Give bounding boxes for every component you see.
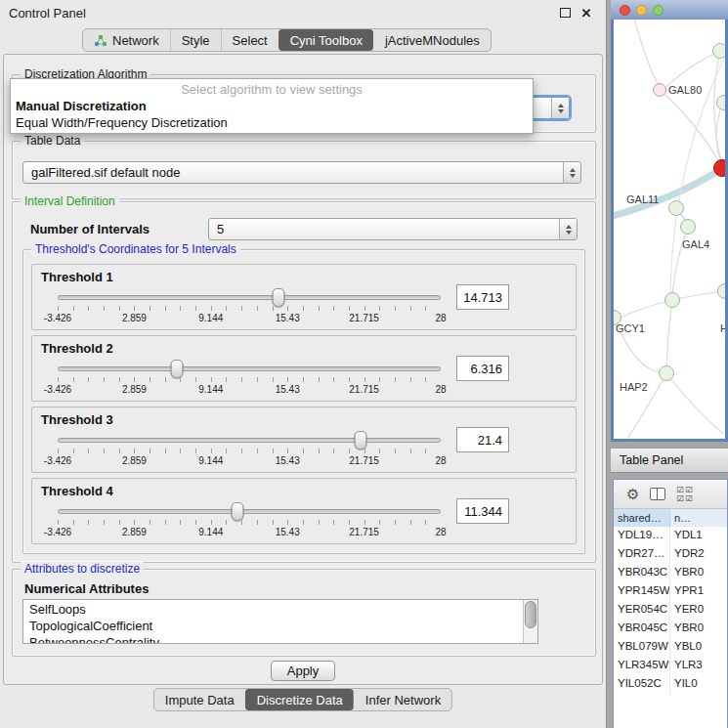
- network-node[interactable]: [712, 43, 725, 59]
- threshold-2-value-field[interactable]: 6.316: [456, 356, 509, 381]
- tab-select[interactable]: Select: [221, 29, 278, 51]
- tab-infer-network[interactable]: Infer Network: [354, 689, 451, 710]
- tab-label: Select: [233, 33, 268, 48]
- attribute-list-item[interactable]: BetweennessCentrality: [29, 634, 537, 644]
- cyni-toolbox-panel: Discretization Algorithm Table Data galF…: [3, 54, 603, 685]
- node-label: GAL80: [668, 84, 702, 96]
- group-title: Attributes to discretize: [21, 562, 144, 576]
- tab-label: Discretize Data: [257, 693, 343, 707]
- threshold-3-panel: Threshold 3 -3.4262.8599.14415.4321.7152…: [31, 407, 577, 473]
- cell-shared-name: YBR045C: [614, 620, 670, 638]
- table-panel-header[interactable]: Table Panel: [611, 448, 728, 473]
- num-intervals-label: Number of Intervals: [30, 222, 150, 236]
- slider-thumb[interactable]: [354, 431, 366, 450]
- tab-discretize-data[interactable]: Discretize Data: [245, 689, 354, 710]
- dropdown-placeholder-option[interactable]: Select algorithm to view settings: [11, 81, 533, 98]
- tick-label: 9.144: [198, 455, 223, 466]
- slider-ticks: [58, 449, 441, 453]
- network-node[interactable]: [680, 219, 696, 235]
- tab-cyni-toolbox[interactable]: Cyni Toolbox: [278, 29, 373, 51]
- table-row[interactable]: YPR145WYPR1: [614, 582, 727, 601]
- table-row[interactable]: YBR045CYBR0: [614, 620, 727, 638]
- slider-track[interactable]: [58, 438, 441, 443]
- attribute-list-item[interactable]: SelfLoops: [29, 601, 537, 618]
- threshold-3-slider[interactable]: -3.4262.8599.14415.4321.71528: [58, 433, 441, 470]
- tab-style[interactable]: Style: [170, 29, 221, 51]
- table-row[interactable]: YIL052CYIL0: [614, 675, 727, 694]
- network-node[interactable]: [659, 365, 674, 381]
- table-row[interactable]: YDR27…YDR2: [614, 545, 727, 564]
- columns-icon[interactable]: [650, 488, 665, 500]
- table-row[interactable]: YDL19…YDL1: [614, 527, 727, 545]
- combo-arrows-icon: [551, 98, 569, 118]
- dropdown-option-equal-width-frequency[interactable]: Equal Width/Frequency Discretization: [11, 114, 533, 131]
- apply-button[interactable]: Apply: [271, 661, 335, 681]
- slider-track[interactable]: [58, 509, 441, 514]
- threshold-4-value-field[interactable]: 11.344: [456, 498, 509, 524]
- tick-label: 9.144: [198, 313, 223, 323]
- slider-thumb[interactable]: [170, 360, 183, 378]
- slider-track[interactable]: [58, 295, 441, 300]
- numerical-attributes-list[interactable]: SelfLoopsTopologicalCoefficientBetweenne…: [22, 599, 538, 644]
- threshold-1-panel: Threshold 1 -3.4262.8599.14415.4321.7152…: [31, 264, 577, 330]
- gear-icon[interactable]: ⚙: [626, 487, 639, 501]
- network-node[interactable]: [653, 83, 666, 97]
- table-row[interactable]: YBL079WYBL0: [614, 638, 727, 657]
- slider-track[interactable]: [58, 366, 441, 371]
- close-traffic-light[interactable]: [620, 5, 630, 16]
- network-canvas[interactable]: GAL80 GAL11 GAL4 GCY1 HAP2 H: [614, 20, 725, 439]
- cell-shared-name: YBL079W: [614, 638, 670, 657]
- tick-label: 9.144: [198, 527, 223, 537]
- column-header-shared-name[interactable]: shared…: [614, 509, 670, 527]
- threshold-2-slider[interactable]: -3.4262.8599.14415.4321.71528: [58, 362, 441, 399]
- network-window-titlebar[interactable]: [611, 0, 728, 20]
- threshold-label: Threshold 1: [41, 270, 113, 284]
- threshold-1-slider[interactable]: -3.4262.8599.14415.4321.71528: [58, 290, 441, 327]
- table-data-select[interactable]: galFiltered.sif default node: [22, 161, 581, 184]
- table-row[interactable]: YBR043CYBR0: [614, 564, 727, 582]
- float-window-button[interactable]: [557, 5, 573, 21]
- table-row[interactable]: YLR345WYLR3: [614, 657, 727, 675]
- cell-name: YBL0: [670, 638, 727, 657]
- network-icon: [94, 34, 107, 47]
- tick-label: 21.715: [349, 313, 379, 323]
- cell-shared-name: YLR345W: [614, 657, 670, 675]
- tab-network[interactable]: Network: [83, 29, 170, 51]
- slider-thumb[interactable]: [273, 288, 285, 307]
- column-header-name[interactable]: n…: [670, 509, 727, 527]
- slider-thumb[interactable]: [232, 502, 244, 521]
- cell-shared-name: YER054C: [614, 601, 670, 620]
- table-toolbar: ⚙ ☑ ☑ ☑ ☑: [614, 480, 727, 509]
- select-columns-icon[interactable]: ☑ ☑ ☑ ☑: [676, 486, 694, 503]
- group-title: Table Data: [21, 134, 84, 148]
- tab-jactivemnodules[interactable]: jActiveMNodules: [373, 29, 491, 51]
- threshold-1-value-field[interactable]: 14.713: [456, 284, 509, 310]
- control-panel-window: Control Panel ✕ Network Style Select Cyn…: [0, 0, 607, 728]
- minimize-traffic-light[interactable]: [636, 5, 647, 16]
- table-header-row: shared… n…: [614, 509, 727, 528]
- slider-scale-labels: -3.4262.8599.14415.4321.71528: [58, 527, 441, 538]
- slider-ticks: [58, 377, 441, 382]
- threshold-4-slider[interactable]: -3.4262.8599.14415.4321.71528: [58, 504, 441, 541]
- attributes-group: Attributes to discretize Numerical Attri…: [12, 569, 596, 657]
- threshold-3-value-field[interactable]: 21.4: [456, 427, 509, 452]
- list-items: SelfLoopsTopologicalCoefficientBetweenne…: [23, 600, 537, 644]
- network-node[interactable]: [716, 95, 725, 110]
- network-node[interactable]: [668, 200, 684, 216]
- num-intervals-select[interactable]: 5: [208, 218, 578, 240]
- attribute-list-item[interactable]: TopologicalCoefficient: [29, 618, 537, 634]
- scrollbar-thumb[interactable]: [525, 601, 536, 628]
- dropdown-option-manual-discretization[interactable]: Manual Discretization: [11, 98, 533, 114]
- list-scrollbar[interactable]: [523, 600, 537, 643]
- close-window-button[interactable]: ✕: [578, 5, 594, 21]
- tab-impute-data[interactable]: Impute Data: [154, 689, 245, 710]
- network-node[interactable]: [664, 292, 680, 308]
- tick-label: 15.43: [276, 527, 300, 537]
- tick-label: 15.43: [276, 455, 300, 466]
- tick-label: 28: [435, 455, 446, 466]
- table-row[interactable]: YER054CYER0: [614, 601, 727, 620]
- tick-label: -3.426: [44, 313, 71, 323]
- network-node-selected[interactable]: [713, 159, 725, 177]
- table-body: YDL19…YDL1YDR27…YDR2YBR043CYBR0YPR145WYP…: [614, 527, 727, 728]
- zoom-traffic-light[interactable]: [653, 5, 664, 16]
